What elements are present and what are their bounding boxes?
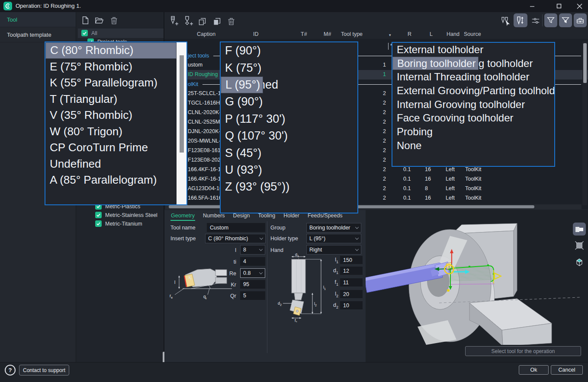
dropdown-option[interactable]: S (45°) — [221, 144, 357, 161]
filter-button[interactable] — [544, 13, 557, 27]
add-milling-tool-button[interactable] — [182, 15, 194, 27]
cell-turret: 2 — [372, 90, 386, 96]
dropdown-option[interactable]: W (80° Trigon) — [45, 124, 177, 140]
col-caption[interactable]: Caption — [197, 31, 215, 37]
col-t[interactable]: T# — [301, 31, 307, 37]
d2-input[interactable] — [340, 301, 363, 309]
l2-input[interactable] — [340, 290, 363, 298]
col-r[interactable]: R — [408, 31, 411, 37]
display-options-icon[interactable] — [530, 16, 541, 26]
insert-geometry-diagram: l kr re qr — [167, 264, 235, 304]
contact-support-button[interactable]: Contact to support — [19, 365, 69, 376]
group-caption: olKit — [188, 81, 198, 87]
dropdown-option[interactable]: Probing — [392, 125, 554, 139]
col-source[interactable]: Source — [464, 31, 481, 37]
dropdown-option[interactable]: External toolholder — [392, 43, 554, 57]
tab-geometry[interactable]: Geometry — [170, 211, 195, 221]
l1-input[interactable] — [340, 256, 363, 264]
filter-active-button[interactable] — [559, 13, 572, 27]
col-l[interactable]: L — [430, 31, 433, 37]
dropdown-option[interactable]: CP CoroTurn Prime — [45, 140, 177, 156]
dropdown-option[interactable]: None — [392, 139, 554, 153]
dropdown-option[interactable]: Z (93° (95°)) — [221, 178, 357, 195]
maximize-button[interactable] — [550, 0, 568, 12]
dropdown-option[interactable]: C (80° Rhombic) — [45, 42, 177, 59]
checkbox-all-label: All — [91, 30, 97, 36]
checkbox-metric-stainless-steel[interactable]: Metric-Stainless Steel — [95, 212, 157, 218]
sort-arrow-icon[interactable]: ▾ — [389, 33, 391, 37]
wireframe-view-button[interactable] — [573, 239, 586, 252]
dropdown-option[interactable]: Internal Grooving toolholder — [392, 98, 554, 111]
dropdown-option[interactable]: Q (107° 30') — [221, 127, 357, 144]
checkbox-label: Metric-Stainless Steel — [105, 212, 157, 218]
dropdown-option[interactable]: A (85° Parallelogram) — [45, 172, 177, 188]
l-select[interactable]: 8 — [240, 245, 265, 255]
dropdown-option[interactable]: G (90°) — [221, 93, 357, 110]
col-hand[interactable]: Hand — [447, 31, 459, 37]
col-id[interactable]: ID — [253, 31, 259, 37]
cell-turret: 2 — [372, 157, 386, 163]
ok-button[interactable]: Ok — [519, 365, 549, 375]
cell-turret: 1 — [372, 62, 386, 68]
qr-input[interactable] — [240, 291, 265, 300]
open-tool-library-button[interactable] — [93, 15, 105, 26]
checkbox-all[interactable]: All — [81, 30, 97, 36]
clone-tool-button[interactable] — [212, 16, 222, 26]
dropdown-option[interactable]: V (35° Rhombic) — [45, 107, 177, 124]
sidebar-item-tool[interactable]: Tool — [0, 12, 76, 27]
cell-caption: 166.4KF-16-1 — [188, 166, 221, 172]
copy-tool-button[interactable] — [197, 16, 207, 26]
dropdown-option[interactable]: U (93°) — [221, 162, 357, 178]
group-label: Group — [270, 225, 286, 231]
group-select[interactable]: Boring toolholder — [306, 223, 361, 232]
cancel-button[interactable]: Cancel — [551, 365, 583, 375]
f1-input[interactable] — [340, 278, 363, 286]
dropdown-option[interactable]: E (75° Rhombic) — [45, 59, 177, 75]
holder-type-select[interactable]: L (95°) — [306, 234, 361, 243]
dropdown-option[interactable]: L (95°) — [221, 76, 263, 93]
dropdown-option[interactable]: External Grooving/Parting toolholder — [392, 84, 554, 98]
select-tool-mode-icon[interactable] — [500, 16, 512, 27]
svg-text:d2: d2 — [278, 301, 282, 306]
checkbox-metric-titanium[interactable]: Metric-Titanium — [95, 220, 142, 227]
dropdown-option[interactable]: K (55° Parallelogram) — [45, 75, 177, 91]
cell-caption: DJNL-2020K- — [188, 128, 221, 134]
delete-tool-button[interactable] — [226, 16, 236, 26]
dropdown-option[interactable]: Internal Threading toolholder — [392, 70, 554, 84]
table-vscrollbar-thumb[interactable] — [583, 43, 587, 83]
minimize-button[interactable] — [524, 0, 541, 12]
bounding-box-view-button[interactable] — [573, 255, 586, 268]
cell-length: 16 — [425, 166, 431, 172]
dropdown-option[interactable]: F (90°) — [221, 42, 357, 59]
col-tool-type[interactable]: Tool type — [341, 31, 363, 37]
tool-dimensions-button[interactable] — [514, 13, 527, 27]
dropdown-option[interactable]: K (75°) — [221, 59, 357, 76]
dropdown-option[interactable]: Face Grooving toolholder — [392, 111, 554, 125]
help-button[interactable]: ? — [5, 365, 16, 376]
re-select[interactable]: 0.8 — [240, 268, 265, 278]
3d-viewport[interactable]: Select tool for the operation — [366, 210, 588, 362]
ti-input[interactable] — [240, 257, 265, 266]
tool-name-input[interactable] — [207, 223, 265, 232]
delete-library-button[interactable] — [108, 15, 119, 26]
dropdown-option[interactable]: P (117° 30') — [221, 111, 357, 127]
tool-library-button[interactable] — [574, 13, 587, 27]
cell-length: 16 — [425, 195, 431, 201]
select-tool-for-operation-button[interactable]: Select tool for the operation — [465, 346, 581, 356]
cell-caption: ustom — [188, 62, 202, 68]
chevron-down-icon — [260, 236, 263, 239]
col-m[interactable]: M# — [324, 31, 331, 37]
shaded-view-button[interactable] — [573, 223, 586, 236]
sidebar-item-toolpath-template[interactable]: Toolpath template — [0, 27, 76, 42]
insert-type-select[interactable]: C (80° Rhombic) — [205, 234, 266, 243]
dropdown-option[interactable]: T (Triangular) — [45, 91, 177, 108]
dropdown-option[interactable]: Undefined — [45, 156, 177, 172]
cell-hand: Left — [446, 176, 455, 182]
add-turning-tool-button[interactable] — [168, 15, 179, 27]
kr-input[interactable] — [240, 280, 265, 289]
close-button[interactable] — [571, 0, 588, 12]
new-tool-library-button[interactable] — [80, 15, 91, 26]
popup-scrollbar-thumb[interactable] — [180, 55, 184, 153]
dropdown-option[interactable]: Boring toolholder — [392, 57, 479, 70]
d1-input[interactable] — [340, 267, 363, 275]
